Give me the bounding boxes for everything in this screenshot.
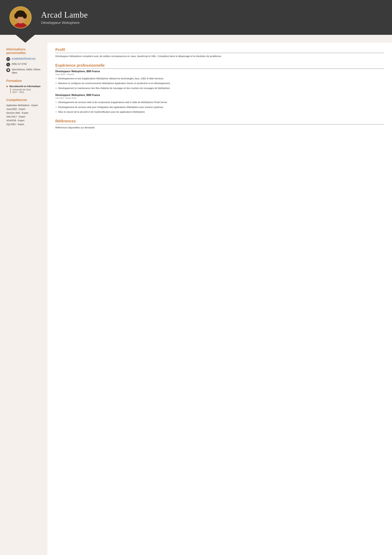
job-2-bullets: Développement de services web et de comp… [55, 101, 384, 114]
references-section: Références Références disponibles sur de… [55, 119, 384, 130]
job-1-dates: mars 2023 - Présent [55, 73, 384, 75]
chevron-decoration [0, 35, 392, 43]
main-layout: Informations personnelles arcadlambe@gma… [0, 43, 392, 555]
formation-school: Université de Paris [12, 88, 41, 91]
candidate-title: Développeur Websphere [41, 21, 88, 25]
profil-text: Développeur Websphere compétent avec de … [55, 54, 384, 58]
formation-item-1: Baccalauréat en Informatique Université … [6, 85, 43, 93]
profil-section: Profil Développeur Websphere compétent a… [55, 47, 384, 58]
job-2-dates: mai 2021 - février 2023 [55, 97, 384, 99]
header-section: Arcad Lambe Développeur Websphere [0, 0, 392, 35]
location-icon [6, 68, 10, 72]
job-2-bullet-3: Mise en œuvre de la sécurité et de l'aut… [55, 110, 384, 114]
competences-title: Compétences [6, 98, 43, 102]
candidate-name: Arcad Lambe [41, 10, 88, 20]
job-2-bullet-2: Développement de services web pour l'int… [55, 105, 384, 109]
email-icon [6, 57, 10, 61]
location-value: Saint-Étienne, 83692, Rhône-Alpes [12, 68, 43, 74]
formation-degree: Baccalauréat en Informatique [9, 85, 41, 88]
experience-section: Expérience professionnelle Développeur W… [55, 63, 384, 114]
svg-point-5 [14, 13, 18, 19]
formation-text: Baccalauréat en Informatique Université … [9, 85, 41, 93]
job-1-bullet-3: Développement et maintenance des files d… [55, 87, 384, 90]
job-1-bullet-2: Maintenir et configurer les environnemen… [55, 81, 384, 85]
formation-dot [6, 86, 8, 87]
formation-title: Formation [6, 79, 43, 83]
phone-value: (586) 317 6782 [12, 63, 27, 66]
email-value[interactable]: arcadlambe@gmail.com [12, 57, 36, 60]
svg-point-7 [16, 11, 25, 15]
competence-4: XML/XSLT - Expert [6, 115, 43, 118]
phone-item: (586) 317 6782 [6, 63, 43, 66]
competence-1: Application WebSphere - Expert [6, 104, 43, 107]
location-item: Saint-Étienne, 83692, Rhône-Alpes [6, 68, 43, 74]
job-2-title: Développeur Websphere, IBM France [55, 94, 384, 96]
formation-details: Université de Paris 2017 - 2021 [10, 88, 41, 93]
formation-section: Formation Baccalauréat en Informatique U… [6, 79, 43, 93]
header-name-block: Arcad Lambe Développeur Websphere [41, 10, 88, 25]
job-1: Développeur Websphere, IBM France mars 2… [55, 70, 384, 90]
job-1-title: Développeur Websphere, IBM France [55, 70, 384, 73]
competence-2: Java/J2EE - Expert [6, 108, 43, 110]
personal-info-section: Informations personnelles arcadlambe@gma… [6, 47, 43, 74]
phone-icon [6, 63, 10, 66]
right-content: Profil Développeur Websphere compétent a… [47, 43, 392, 555]
formation-years: 2017 - 2021 [12, 91, 41, 93]
experience-title: Expérience professionnelle [55, 63, 384, 69]
personal-info-title: Informations personnelles [6, 47, 43, 55]
competence-5: SOA/ESB - Expert [6, 119, 43, 122]
svg-point-6 [23, 13, 27, 19]
competence-3: Services Web - Expert [6, 112, 43, 114]
chevron-shape [16, 35, 35, 43]
job-2-bullet-1: Développement de services web et de comp… [55, 101, 384, 104]
references-text: Références disponibles sur demande [55, 126, 384, 130]
email-item: arcadlambe@gmail.com [6, 57, 43, 61]
sidebar: Informations personnelles arcadlambe@gma… [0, 43, 47, 555]
competences-list: Application WebSphere - Expert Java/J2EE… [6, 104, 43, 125]
profil-title: Profil [55, 47, 384, 53]
job-2: Développeur Websphere, IBM France mai 20… [55, 94, 384, 114]
competences-section: Compétences Application WebSphere - Expe… [6, 98, 43, 125]
profile-photo [9, 6, 32, 29]
job-1-bullet-1: Développement et test d'applications Web… [55, 77, 384, 80]
references-title: Références [55, 119, 384, 124]
job-1-bullets: Développement et test d'applications Web… [55, 77, 384, 90]
competence-6: SQL/DB2 - Expert [6, 123, 43, 125]
